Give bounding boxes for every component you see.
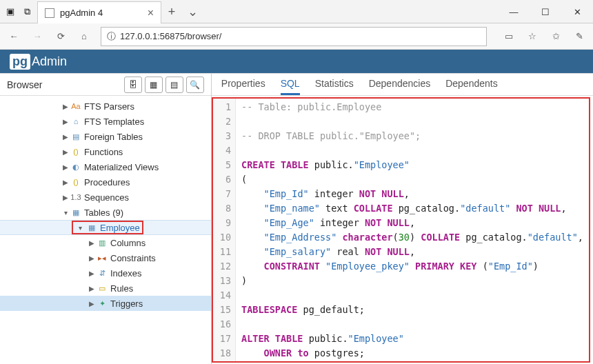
maximize-button[interactable]: ☐ [530,0,561,23]
app-icon: ▣ [4,6,17,18]
tree-node[interactable]: ▶▸◂Constraints [0,250,211,265]
close-window-button[interactable]: ✕ [561,0,593,23]
pgadmin-logo-pg: pg [10,54,30,70]
browser-panel: Browser 🗄 ▦ ▤ 🔍 ▶AaFTS Parsers▶⌂FTS Temp… [0,74,212,364]
minimize-button[interactable]: — [498,0,530,23]
tree-node[interactable]: ▶▭Rules [0,281,211,296]
sql-editor[interactable]: 123456789101112131415161718 -- Table: pu… [212,97,590,363]
site-info-icon[interactable]: ⓘ [107,30,116,43]
home-button[interactable]: ⌂ [77,30,91,43]
main-area: Browser 🗄 ▦ ▤ 🔍 ▶AaFTS Parsers▶⌂FTS Temp… [0,73,593,364]
browser-panel-header: Browser 🗄 ▦ ▤ 🔍 [0,74,211,96]
close-icon[interactable]: × [148,7,154,19]
tab-sql[interactable]: SQL [281,74,300,95]
tab-statistics[interactable]: Statistics [315,74,354,95]
tree-node[interactable]: ▶()Procedures [0,174,211,190]
tree-node[interactable]: ▾▦Employee [0,220,211,235]
table-icon-button[interactable]: ▤ [165,77,183,93]
app-icon-2: ⧉ [21,6,33,18]
tree-node[interactable]: ▶1.3Sequences [0,190,211,205]
db-icon-button[interactable]: 🗄 [124,77,142,93]
object-tree[interactable]: ▶AaFTS Parsers▶⌂FTS Templates▶▤Foreign T… [0,96,211,364]
line-gutter: 123456789101112131415161718 [213,99,236,361]
tree-node[interactable]: ▶⌂FTS Templates [0,114,211,129]
tree-node[interactable]: ▶⇵Indexes [0,265,211,281]
tree-node[interactable]: ▶◐Materialized Views [0,159,211,174]
browser-toolbar: ← → ⟳ ⌂ ⓘ ▭ ☆ ✩ ✎ [0,23,593,50]
sql-code: -- Table: public.Employee -- DROP TABLE … [236,99,589,361]
tree-node[interactable]: ▾▦Tables (9) [0,205,211,220]
tab-dependents[interactable]: Dependents [445,74,498,95]
tab-overflow-button[interactable]: ⌄ [182,1,203,23]
pgadmin-header: pgAdmin [0,50,593,73]
tree-node[interactable]: ▶▥Columns [0,235,211,250]
forward-button[interactable]: → [30,30,44,43]
tree-node[interactable]: ▶()Functions [0,144,211,159]
notes-icon[interactable]: ✎ [572,30,586,43]
tree-node[interactable]: ▶✦Triggers [0,296,211,311]
tab-dependencies[interactable]: Dependencies [369,74,431,95]
content-panel: PropertiesSQLStatisticsDependenciesDepen… [212,74,593,364]
back-button[interactable]: ← [7,30,21,43]
browser-tab[interactable]: pgAdmin 4 × [37,1,161,23]
grid-icon-button[interactable]: ▦ [145,77,163,93]
tab-favicon [45,8,54,18]
browser-title: Browser [7,79,42,90]
search-icon-button[interactable]: 🔍 [186,77,204,93]
tree-node[interactable]: ▶▤Foreign Tables [0,129,211,144]
tab-title: pgAdmin 4 [60,8,103,18]
pgadmin-logo-text: Admin [32,54,67,69]
url-input[interactable] [120,31,481,41]
refresh-button[interactable]: ⟳ [54,30,68,43]
reader-icon[interactable]: ▭ [502,30,516,43]
favorite-icon[interactable]: ☆ [525,30,539,43]
address-bar[interactable]: ⓘ [101,27,487,46]
favorites-bar-icon[interactable]: ✩ [549,30,563,43]
tab-properties[interactable]: Properties [221,74,265,95]
new-tab-button[interactable]: + [161,1,182,23]
content-tabs: PropertiesSQLStatisticsDependenciesDepen… [212,74,593,96]
tree-node[interactable]: ▶AaFTS Parsers [0,99,211,114]
window-titlebar: ▣ ⧉ pgAdmin 4 × + ⌄ — ☐ ✕ [0,0,593,23]
